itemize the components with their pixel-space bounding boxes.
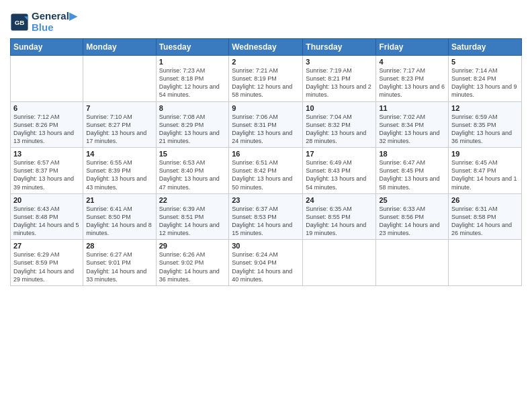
calendar-cell: 14Sunrise: 6:55 AM Sunset: 8:39 PM Dayli… [83, 148, 156, 194]
day-number: 15 [159, 150, 226, 158]
day-info: Sunrise: 6:31 AM Sunset: 8:58 PM Dayligh… [451, 205, 519, 238]
day-number: 14 [86, 150, 152, 158]
day-number: 23 [232, 196, 300, 204]
calendar-cell: 25Sunrise: 6:33 AM Sunset: 8:56 PM Dayli… [376, 193, 449, 240]
day-info: Sunrise: 7:06 AM Sunset: 8:31 PM Dayligh… [232, 113, 300, 146]
day-number: 29 [159, 242, 226, 250]
calendar-cell: 4Sunrise: 7:17 AM Sunset: 8:23 PM Daylig… [376, 56, 449, 102]
day-info: Sunrise: 6:47 AM Sunset: 8:45 PM Dayligh… [379, 158, 445, 191]
svg-text:GB: GB [15, 18, 25, 26]
day-number: 7 [86, 104, 152, 112]
day-info: Sunrise: 6:53 AM Sunset: 8:40 PM Dayligh… [159, 158, 226, 191]
day-number: 13 [13, 150, 80, 158]
calendar-cell: 29Sunrise: 6:26 AM Sunset: 9:02 PM Dayli… [156, 240, 229, 286]
calendar-cell: 6Sunrise: 7:12 AM Sunset: 8:26 PM Daylig… [11, 101, 83, 148]
calendar-cell: 7Sunrise: 7:10 AM Sunset: 8:27 PM Daylig… [83, 101, 156, 148]
day-info: Sunrise: 6:24 AM Sunset: 9:04 PM Dayligh… [232, 250, 300, 283]
weekday-header-friday: Friday [376, 39, 449, 56]
day-number: 12 [451, 104, 519, 112]
day-info: Sunrise: 6:59 AM Sunset: 8:35 PM Dayligh… [451, 113, 519, 146]
calendar-cell: 27Sunrise: 6:29 AM Sunset: 8:59 PM Dayli… [11, 240, 83, 286]
calendar-table: SundayMondayTuesdayWednesdayThursdayFrid… [10, 38, 522, 286]
week-row-1: 1Sunrise: 7:23 AM Sunset: 8:18 PM Daylig… [11, 56, 522, 102]
day-info: Sunrise: 7:08 AM Sunset: 8:29 PM Dayligh… [159, 113, 226, 146]
day-info: Sunrise: 6:37 AM Sunset: 8:53 PM Dayligh… [232, 205, 300, 238]
calendar-cell: 13Sunrise: 6:57 AM Sunset: 8:37 PM Dayli… [11, 148, 83, 194]
day-number: 26 [451, 196, 519, 204]
page: GB General▶ Blue SundayMondayTuesdayWedn… [0, 0, 532, 411]
day-number: 4 [379, 58, 445, 66]
calendar-cell: 16Sunrise: 6:51 AM Sunset: 8:42 PM Dayli… [229, 148, 303, 194]
week-row-2: 6Sunrise: 7:12 AM Sunset: 8:26 PM Daylig… [11, 101, 522, 148]
day-number: 10 [306, 104, 373, 112]
calendar-cell: 11Sunrise: 7:02 AM Sunset: 8:34 PM Dayli… [376, 101, 449, 148]
day-info: Sunrise: 7:21 AM Sunset: 8:19 PM Dayligh… [232, 66, 300, 99]
day-info: Sunrise: 7:04 AM Sunset: 8:32 PM Dayligh… [306, 113, 373, 146]
day-info: Sunrise: 6:39 AM Sunset: 8:51 PM Dayligh… [159, 205, 226, 238]
calendar-cell [11, 56, 83, 102]
day-number: 19 [451, 150, 519, 158]
header: GB General▶ Blue [10, 7, 522, 33]
day-info: Sunrise: 7:23 AM Sunset: 8:18 PM Dayligh… [159, 66, 226, 99]
calendar-cell: 26Sunrise: 6:31 AM Sunset: 8:58 PM Dayli… [449, 193, 522, 240]
day-number: 17 [306, 150, 373, 158]
calendar-cell: 12Sunrise: 6:59 AM Sunset: 8:35 PM Dayli… [449, 101, 522, 148]
day-info: Sunrise: 7:12 AM Sunset: 8:26 PM Dayligh… [13, 113, 80, 146]
calendar-cell: 20Sunrise: 6:43 AM Sunset: 8:48 PM Dayli… [11, 193, 83, 240]
day-number: 1 [159, 58, 226, 66]
logo-icon: GB [10, 13, 29, 32]
day-info: Sunrise: 6:51 AM Sunset: 8:42 PM Dayligh… [232, 158, 300, 191]
day-info: Sunrise: 6:57 AM Sunset: 8:37 PM Dayligh… [13, 158, 80, 191]
calendar-cell: 17Sunrise: 6:49 AM Sunset: 8:43 PM Dayli… [303, 148, 376, 194]
weekday-header-thursday: Thursday [303, 39, 376, 56]
calendar-cell: 3Sunrise: 7:19 AM Sunset: 8:21 PM Daylig… [303, 56, 376, 102]
weekday-header-monday: Monday [83, 39, 156, 56]
day-info: Sunrise: 6:55 AM Sunset: 8:39 PM Dayligh… [86, 158, 152, 191]
week-row-5: 27Sunrise: 6:29 AM Sunset: 8:59 PM Dayli… [11, 240, 522, 286]
calendar-cell [303, 240, 376, 286]
weekday-header-tuesday: Tuesday [156, 39, 229, 56]
day-number: 16 [232, 150, 300, 158]
day-info: Sunrise: 7:14 AM Sunset: 8:24 PM Dayligh… [451, 66, 519, 99]
calendar-cell: 21Sunrise: 6:41 AM Sunset: 8:50 PM Dayli… [83, 193, 156, 240]
day-info: Sunrise: 6:49 AM Sunset: 8:43 PM Dayligh… [306, 158, 373, 191]
day-info: Sunrise: 6:45 AM Sunset: 8:47 PM Dayligh… [451, 158, 519, 191]
day-number: 20 [13, 196, 80, 204]
calendar-cell: 10Sunrise: 7:04 AM Sunset: 8:32 PM Dayli… [303, 101, 376, 148]
calendar-cell: 5Sunrise: 7:14 AM Sunset: 8:24 PM Daylig… [449, 56, 522, 102]
day-info: Sunrise: 6:43 AM Sunset: 8:48 PM Dayligh… [13, 205, 80, 238]
calendar-cell: 19Sunrise: 6:45 AM Sunset: 8:47 PM Dayli… [449, 148, 522, 194]
day-number: 11 [379, 104, 445, 112]
calendar-cell [376, 240, 449, 286]
weekday-header-saturday: Saturday [449, 39, 522, 56]
weekday-header-sunday: Sunday [11, 39, 83, 56]
calendar-cell: 28Sunrise: 6:27 AM Sunset: 9:01 PM Dayli… [83, 240, 156, 286]
day-number: 30 [232, 242, 300, 250]
calendar-cell [449, 240, 522, 286]
day-number: 24 [306, 196, 373, 204]
day-info: Sunrise: 6:33 AM Sunset: 8:56 PM Dayligh… [379, 205, 445, 238]
logo-text-line1: General▶ [32, 11, 77, 22]
day-number: 28 [86, 242, 152, 250]
calendar-cell: 8Sunrise: 7:08 AM Sunset: 8:29 PM Daylig… [156, 101, 229, 148]
day-number: 9 [232, 104, 300, 112]
day-info: Sunrise: 6:29 AM Sunset: 8:59 PM Dayligh… [13, 250, 80, 283]
day-info: Sunrise: 7:19 AM Sunset: 8:21 PM Dayligh… [306, 66, 373, 99]
day-info: Sunrise: 7:10 AM Sunset: 8:27 PM Dayligh… [86, 113, 152, 146]
day-number: 21 [86, 196, 152, 204]
logo-text-line2: Blue [32, 22, 77, 34]
calendar-cell: 1Sunrise: 7:23 AM Sunset: 8:18 PM Daylig… [156, 56, 229, 102]
calendar-cell: 30Sunrise: 6:24 AM Sunset: 9:04 PM Dayli… [229, 240, 303, 286]
calendar-cell: 2Sunrise: 7:21 AM Sunset: 8:19 PM Daylig… [229, 56, 303, 102]
day-number: 8 [159, 104, 226, 112]
logo: GB General▶ Blue [10, 11, 77, 33]
day-number: 18 [379, 150, 445, 158]
day-info: Sunrise: 6:26 AM Sunset: 9:02 PM Dayligh… [159, 250, 226, 283]
day-number: 22 [159, 196, 226, 204]
day-info: Sunrise: 6:35 AM Sunset: 8:55 PM Dayligh… [306, 205, 373, 238]
day-number: 6 [13, 104, 80, 112]
week-row-4: 20Sunrise: 6:43 AM Sunset: 8:48 PM Dayli… [11, 193, 522, 240]
weekday-header-wednesday: Wednesday [229, 39, 303, 56]
week-row-3: 13Sunrise: 6:57 AM Sunset: 8:37 PM Dayli… [11, 148, 522, 194]
calendar-cell: 22Sunrise: 6:39 AM Sunset: 8:51 PM Dayli… [156, 193, 229, 240]
